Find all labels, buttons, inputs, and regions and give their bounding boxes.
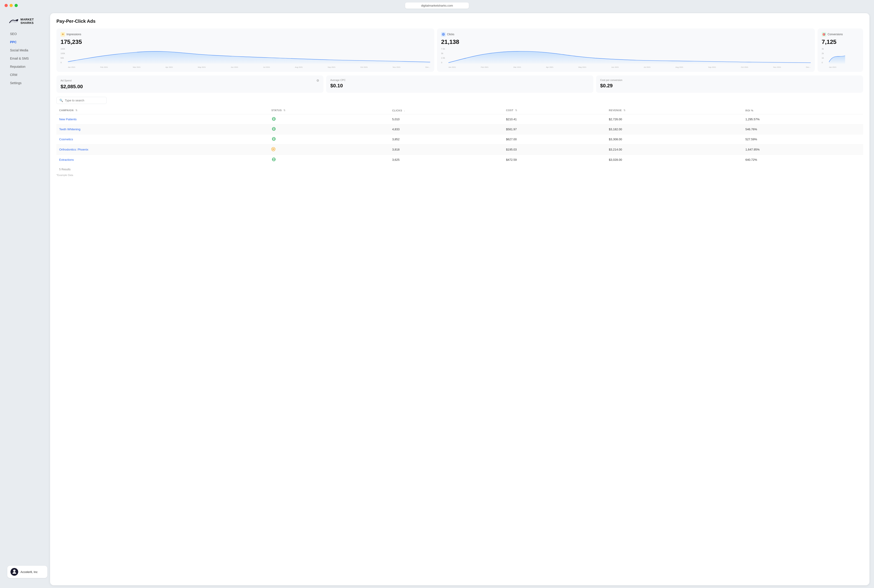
impressions-yaxis: 150k 100k 50k 0: [60, 48, 68, 64]
sort-icon-cost[interactable]: ⇅: [515, 109, 517, 112]
cell-clicks: 5,010: [390, 114, 503, 124]
cost-per-conversion-label: Cost per conversion: [600, 79, 859, 81]
cell-cost: $210.41: [503, 114, 606, 124]
page-title: Pay-Per-Click Ads: [56, 19, 863, 24]
cell-status: [269, 114, 390, 124]
logo-icon: [9, 18, 18, 24]
sidebar-item-social-media[interactable]: Social Media: [7, 46, 47, 54]
table-row: New Patients 5,010 $210.41 $2,726.00 1,2…: [56, 114, 863, 124]
svg-rect-18: [274, 148, 274, 150]
cell-clicks: 3,625: [390, 155, 503, 165]
campaign-link[interactable]: New Patients: [59, 117, 77, 121]
column-header-clicks[interactable]: CLICKS ↓: [390, 106, 503, 114]
search-icon: 🔍: [59, 99, 63, 102]
sidebar-item-settings[interactable]: Settings: [7, 79, 47, 87]
table-row: Teeth Whitening 4,833 $581.97 $3,182.00 …: [56, 124, 863, 134]
cell-roi: 640.72%: [743, 155, 863, 165]
ad-spend-value: $2,085.00: [60, 84, 319, 90]
clicks-icon: [441, 32, 446, 37]
cell-roi: 1,647.95%: [743, 144, 863, 155]
status-active-icon: [271, 127, 276, 131]
cell-campaign: Cosmetics: [56, 134, 269, 144]
cell-cost: $472.59: [503, 155, 606, 165]
column-header-cost[interactable]: COST ⇅: [503, 106, 606, 114]
clicks-svg-container: [448, 48, 811, 64]
sidebar-footer: Acceler8, Inc: [5, 563, 50, 581]
clicks-xaxis: Jan 2021 Feb 2021 Mar 2021 Apr 2021 May …: [448, 66, 811, 68]
svg-point-16: [272, 147, 275, 151]
impressions-icon: 👁: [60, 32, 65, 37]
cell-campaign: Extractions: [56, 155, 269, 165]
table-header-row: CAMPAIGN ⇅ STATUS ⇅ CLICKS ↓ COST: [56, 106, 863, 114]
column-header-status[interactable]: STATUS ⇅: [269, 106, 390, 114]
minimize-button[interactable]: [9, 4, 13, 7]
conversions-yaxis: 3k 2k 1k 0: [822, 48, 829, 64]
table-body: New Patients 5,010 $210.41 $2,726.00 1,2…: [56, 114, 863, 165]
sidebar-item-email-sms[interactable]: Email & SMS: [7, 55, 47, 62]
cell-revenue: $3,308.00: [606, 134, 743, 144]
cell-roi: 1,295.57%: [743, 114, 863, 124]
table-row: Cosmetics 3,852 $627.00 $3,308.00 527.59…: [56, 134, 863, 144]
sidebar-item-ppc[interactable]: PPC: [7, 38, 47, 46]
metric-label-impressions: 👁 Impressions: [60, 32, 430, 37]
content-inner: Pay-Per-Click Ads 👁 Impressions 175,235 …: [50, 13, 869, 585]
sidebar: MARKET SHARKS SEO PPC Social Media Email…: [5, 13, 50, 585]
table-header: CAMPAIGN ⇅ STATUS ⇅ CLICKS ↓ COST: [56, 106, 863, 114]
footnote: *Example Data: [56, 172, 863, 177]
cell-cost: $581.97: [503, 124, 606, 134]
close-button[interactable]: [5, 4, 8, 7]
sidebar-item-reputation[interactable]: Reputation: [7, 63, 47, 70]
account-chip[interactable]: Acceler8, Inc: [7, 566, 47, 578]
impressions-chart: 150k 100k 50k 0: [60, 48, 430, 68]
clicks-chart: 7.5k 5k 2.5k 0: [441, 48, 811, 68]
cell-campaign: Orthodontics: Phoenix: [56, 144, 269, 155]
nav-items: SEO PPC Social Media Email & SMS Reputat…: [5, 30, 50, 563]
column-header-roi[interactable]: ROI %: [743, 106, 863, 114]
metric-card-impressions: 👁 Impressions 175,235 150k 100k 50k 0: [56, 28, 434, 72]
cell-status: [269, 155, 390, 165]
main-content: Pay-Per-Click Ads 👁 Impressions 175,235 …: [50, 13, 869, 585]
metric-label-conversions: 🎯 Conversions: [822, 32, 859, 37]
sidebar-item-crm[interactable]: CRM: [7, 71, 47, 79]
metric-label-clicks: Clicks: [441, 32, 811, 37]
conversions-icon: 🎯: [822, 32, 826, 37]
cell-clicks: 4,833: [390, 124, 503, 134]
cell-status: [269, 124, 390, 134]
column-header-campaign[interactable]: CAMPAIGN ⇅: [56, 106, 269, 114]
column-header-revenue[interactable]: REVENUE ⇅: [606, 106, 743, 114]
campaign-link[interactable]: Orthodontics: Phoenix: [59, 148, 88, 151]
maximize-button[interactable]: [15, 4, 18, 7]
cell-status: [269, 134, 390, 144]
titlebar: digitalmarketsharks.com: [0, 0, 874, 11]
cell-campaign: Teeth Whitening: [56, 124, 269, 134]
campaign-link[interactable]: Teeth Whitening: [59, 128, 80, 131]
campaign-link[interactable]: Cosmetics: [59, 138, 73, 141]
cell-revenue: $3,182.00: [606, 124, 743, 134]
results-count: 5 Results: [56, 165, 863, 172]
sort-icon-campaign[interactable]: ⇅: [75, 109, 78, 112]
conversions-chart: 3k 2k 1k 0: [822, 48, 859, 68]
search-bar[interactable]: 🔍: [56, 97, 107, 104]
sort-icon-revenue[interactable]: ⇅: [623, 109, 626, 112]
sort-icon-status[interactable]: ⇅: [283, 109, 286, 112]
cell-revenue: $2,726.00: [606, 114, 743, 124]
cell-campaign: New Patients: [56, 114, 269, 124]
table-row: Orthodontics: Phoenix 3,818 $195.03 $3,2…: [56, 144, 863, 155]
window-controls: [5, 4, 18, 7]
stat-card-ad-spend: Ad Spend ⚙ $2,085.00: [56, 75, 323, 93]
campaign-link[interactable]: Extractions: [59, 158, 74, 162]
metric-card-conversions: 🎯 Conversions 7,125 3k 2k 1k 0: [818, 28, 863, 72]
sidebar-item-seo[interactable]: SEO: [7, 30, 47, 38]
url-bar[interactable]: digitalmarketsharks.com: [405, 3, 469, 9]
conversions-value: 7,125: [822, 38, 859, 45]
impressions-svg-container: [68, 48, 430, 64]
cell-cost: $195.03: [503, 144, 606, 155]
ad-spend-label: Ad Spend ⚙: [60, 79, 319, 82]
clicks-value: 21,138: [441, 38, 811, 45]
search-input[interactable]: [65, 99, 104, 102]
metrics-row: 👁 Impressions 175,235 150k 100k 50k 0: [56, 28, 863, 72]
cell-roi: 546.76%: [743, 124, 863, 134]
sort-icon-clicks[interactable]: ↓: [404, 109, 405, 112]
logo-area: MARKET SHARKS: [5, 18, 50, 30]
gear-icon[interactable]: ⚙: [316, 79, 319, 82]
